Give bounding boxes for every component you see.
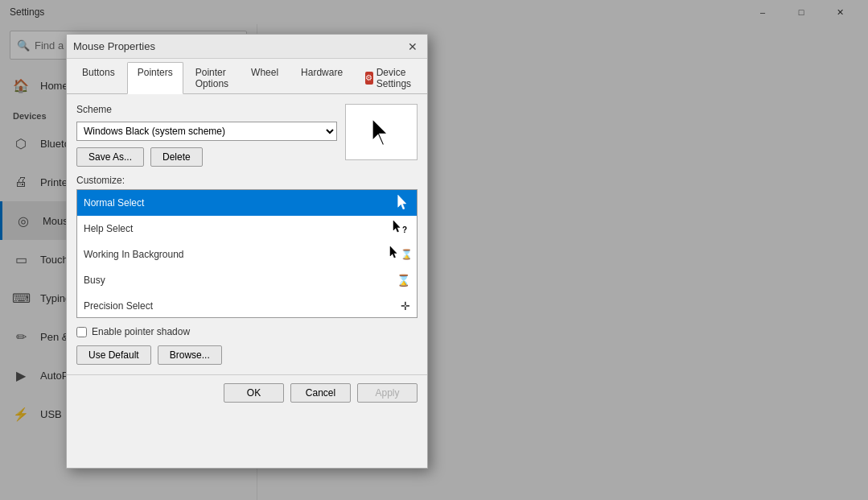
help-select-cursor-icon: ? [391,220,410,238]
cursor-preview-icon [369,116,393,148]
action-buttons: Use Default Browse... [76,345,418,365]
svg-marker-2 [393,221,400,232]
use-default-button[interactable]: Use Default [76,345,151,365]
scheme-section: Scheme Windows Black (system scheme) Win… [76,104,418,167]
list-item-precision-select[interactable]: Precision Select ✛ [77,293,417,318]
precision-cursor-icon: ✛ [391,300,410,312]
cancel-button[interactable]: Cancel [290,383,351,403]
scheme-dropdown-wrapper[interactable]: Windows Black (system scheme) Windows De… [76,122,337,141]
working-bg-cursor-icon: ⌛ [389,246,410,264]
tab-buttons[interactable]: Buttons [72,62,125,93]
scheme-preview [345,104,418,160]
scheme-row: Windows Black (system scheme) Windows De… [76,122,337,141]
settings-window: Settings – □ ✕ 🔍 🏠 Home Devices [0,0,868,500]
svg-marker-1 [398,195,406,209]
apply-button[interactable]: Apply [357,383,418,403]
busy-cursor-icon: ⌛ [391,274,410,287]
save-as-button[interactable]: Save As... [76,147,144,167]
tab-pointer-options[interactable]: Pointer Options [185,62,239,93]
dialog-body: Scheme Windows Black (system scheme) Win… [67,94,427,374]
modal-overlay: Mouse Properties ✕ Buttons Pointers Poin… [0,0,868,500]
svg-text:?: ? [402,225,407,234]
list-item-busy[interactable]: Busy ⌛ [77,267,417,293]
customize-label: Customize: [76,175,418,186]
pointer-shadow-row: Enable pointer shadow [76,326,418,337]
device-settings-icon: ⚙ [365,72,373,85]
tab-device-settings[interactable]: ⚙ Device Settings [355,62,426,93]
svg-marker-0 [372,118,389,146]
list-item-normal-select[interactable]: Normal Select [77,190,417,216]
svg-marker-4 [390,246,397,258]
pointer-shadow-label: Enable pointer shadow [92,326,190,337]
tab-pointers[interactable]: Pointers [127,62,183,94]
tab-wheel[interactable]: Wheel [241,62,289,93]
scheme-left: Scheme Windows Black (system scheme) Win… [76,104,337,167]
mouse-properties-dialog: Mouse Properties ✕ Buttons Pointers Poin… [66,34,428,469]
scheme-buttons: Save As... Delete [76,147,337,167]
dialog-titlebar: Mouse Properties ✕ [67,35,427,59]
tab-bar: Buttons Pointers Pointer Options Wheel H… [67,59,427,94]
dialog-footer: OK Cancel Apply [67,374,427,411]
normal-select-cursor-icon [391,194,410,213]
list-item-help-select[interactable]: Help Select ? [77,216,417,242]
dialog-title: Mouse Properties [73,40,155,52]
ok-button[interactable]: OK [224,383,284,403]
dialog-close-button[interactable]: ✕ [405,39,421,55]
tab-hardware[interactable]: Hardware [290,62,353,93]
list-item-working-bg[interactable]: Working In Background ⌛ [77,242,417,267]
cursor-list[interactable]: Normal Select Help Select [76,189,418,318]
delete-button[interactable]: Delete [150,147,203,167]
svg-text:⌛: ⌛ [401,248,410,260]
browse-button[interactable]: Browse... [158,345,222,365]
scheme-select[interactable]: Windows Black (system scheme) Windows De… [76,122,337,141]
pointer-shadow-checkbox[interactable] [76,327,87,337]
scheme-label: Scheme [76,104,337,115]
